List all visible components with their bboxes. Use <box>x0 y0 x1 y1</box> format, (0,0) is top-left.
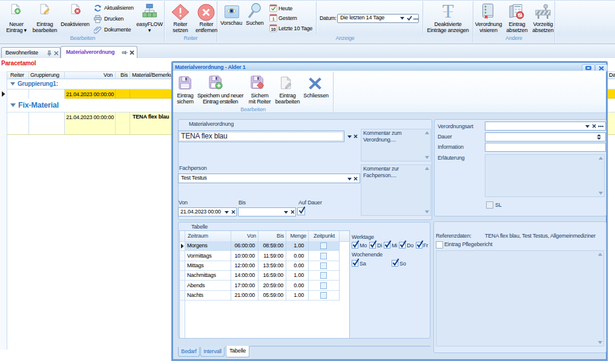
svg-text:10: 10 <box>271 27 276 32</box>
